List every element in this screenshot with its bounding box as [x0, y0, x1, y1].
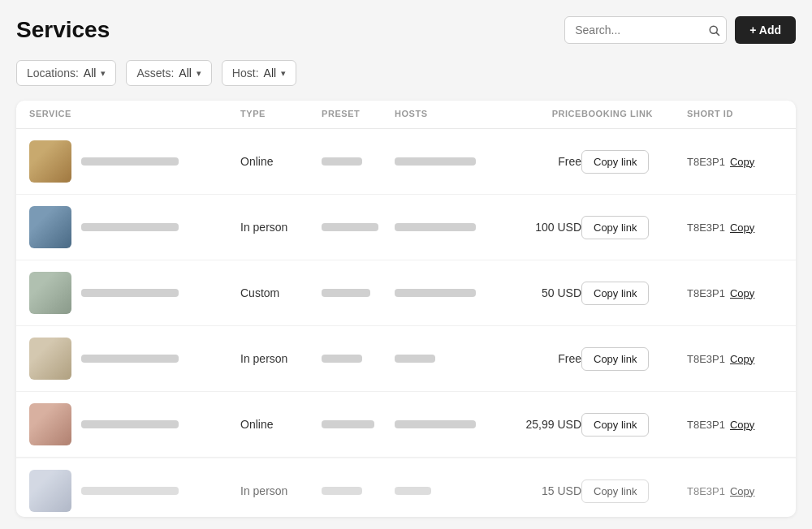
copy-short-id-button[interactable]: Copy	[730, 221, 754, 234]
copy-link-button[interactable]: Copy link	[581, 480, 649, 503]
preset-placeholder	[322, 487, 362, 495]
service-name-placeholder	[81, 223, 179, 231]
short-id-text: T8E3P1	[687, 353, 725, 365]
search-icon	[708, 24, 720, 37]
search-input[interactable]	[564, 16, 727, 44]
copy-link-button[interactable]: Copy link	[581, 150, 649, 174]
short-id-text: T8E3P1	[687, 287, 725, 299]
service-price: 100 USD	[500, 221, 581, 234]
short-id-cell: T8E3P1 Copy	[687, 353, 796, 365]
assets-filter[interactable]: Assets: All ▾	[126, 60, 211, 86]
hosts-placeholder	[395, 420, 476, 428]
service-name-placeholder	[81, 487, 179, 495]
service-name-placeholder	[81, 289, 179, 297]
table-header: SERVICE TYPE PRESET HOSTS PRICE BOOKING …	[16, 101, 796, 129]
preset-placeholder	[322, 420, 374, 428]
host-label: Host:	[232, 67, 259, 80]
service-cell	[29, 403, 240, 445]
hosts-placeholder	[395, 223, 476, 231]
copy-link-button[interactable]: Copy link	[581, 347, 649, 371]
table-row: In person 15 USD Copy link T8E3P1 Copy ›	[16, 458, 796, 517]
short-id-cell: T8E3P1 Copy	[687, 485, 796, 497]
add-button[interactable]: + Add	[735, 16, 796, 44]
service-price: Free	[500, 352, 581, 365]
service-cell	[29, 140, 240, 183]
service-name-placeholder	[81, 157, 179, 166]
short-id-cell: T8E3P1 Copy	[687, 287, 796, 299]
copy-short-id-button[interactable]: Copy	[730, 287, 754, 299]
col-hosts: HOSTS	[395, 109, 500, 120]
page-title: Services	[16, 17, 110, 43]
filters-bar: Locations: All ▾ Assets: All ▾ Host: All…	[16, 60, 796, 86]
locations-chevron-icon: ▾	[101, 68, 106, 79]
service-price: 50 USD	[500, 286, 581, 299]
service-price: 25,99 USD	[500, 418, 581, 431]
col-booking-link: BOOKING LINK	[581, 109, 687, 120]
copy-link-button[interactable]: Copy link	[581, 216, 649, 239]
service-name-placeholder	[81, 355, 179, 363]
service-thumbnail	[29, 403, 71, 445]
svg-line-1	[716, 32, 719, 35]
preset-placeholder	[322, 289, 370, 297]
preset-placeholder	[322, 355, 362, 363]
service-type: In person	[240, 221, 322, 234]
service-type: Online	[240, 418, 322, 431]
service-cell	[29, 338, 240, 380]
service-thumbnail	[29, 140, 71, 183]
service-type: In person	[240, 352, 322, 365]
hosts-placeholder	[395, 487, 431, 495]
service-name-placeholder	[81, 420, 179, 428]
page-container: Services + Add Locations: All ▾ Assets:	[16, 16, 796, 517]
copy-short-id-button[interactable]: Copy	[730, 419, 754, 431]
short-id-text: T8E3P1	[687, 419, 725, 431]
table-row: Custom 50 USD Copy link T8E3P1 Copy ›	[16, 260, 796, 326]
table-row: In person Free Copy link T8E3P1 Copy ›	[16, 326, 796, 392]
services-table: SERVICE TYPE PRESET HOSTS PRICE BOOKING …	[16, 101, 796, 517]
host-filter[interactable]: Host: All ▾	[222, 60, 296, 86]
header-right: + Add	[564, 16, 796, 44]
search-button[interactable]	[708, 24, 720, 37]
host-value: All	[264, 67, 277, 80]
col-type: TYPE	[240, 109, 322, 120]
col-price: PRICE	[500, 109, 581, 120]
copy-short-id-button[interactable]: Copy	[730, 353, 754, 365]
preset-placeholder	[322, 157, 362, 166]
hosts-placeholder	[395, 355, 435, 363]
short-id-text: T8E3P1	[687, 485, 725, 497]
copy-short-id-button[interactable]: Copy	[730, 485, 754, 497]
short-id-cell: T8E3P1 Copy	[687, 419, 796, 431]
service-thumbnail	[29, 338, 71, 380]
locations-value: All	[84, 67, 97, 80]
service-type: Custom	[240, 286, 322, 299]
locations-filter[interactable]: Locations: All ▾	[16, 60, 116, 86]
short-id-text: T8E3P1	[687, 221, 725, 234]
service-price: Free	[500, 155, 581, 168]
hosts-placeholder	[395, 289, 476, 297]
table-row: Online 25,99 USD Copy link T8E3P1 Copy ›	[16, 392, 796, 458]
copy-short-id-button[interactable]: Copy	[730, 156, 754, 168]
table-row: Online Free Copy link T8E3P1 Copy ›	[16, 129, 796, 195]
search-wrapper	[564, 16, 727, 44]
service-cell	[29, 470, 240, 512]
copy-link-button[interactable]: Copy link	[581, 413, 649, 437]
service-cell	[29, 206, 240, 248]
col-short-id: SHORT ID	[687, 109, 796, 120]
short-id-text: T8E3P1	[687, 156, 725, 168]
service-thumbnail	[29, 470, 71, 512]
preset-placeholder	[322, 223, 378, 231]
assets-label: Assets:	[136, 67, 174, 80]
short-id-cell: T8E3P1 Copy	[687, 221, 796, 234]
service-cell	[29, 272, 240, 314]
assets-chevron-icon: ▾	[197, 68, 201, 79]
copy-link-button[interactable]: Copy link	[581, 282, 649, 305]
service-type: In person	[240, 484, 322, 497]
col-preset: PRESET	[322, 109, 395, 120]
locations-label: Locations:	[27, 67, 79, 80]
col-service: SERVICE	[29, 109, 240, 120]
service-type: Online	[240, 155, 322, 168]
short-id-cell: T8E3P1 Copy	[687, 156, 796, 168]
table-row: In person 100 USD Copy link T8E3P1 Copy …	[16, 195, 796, 260]
host-chevron-icon: ▾	[281, 68, 286, 79]
assets-value: All	[179, 67, 192, 80]
service-thumbnail	[29, 206, 71, 248]
